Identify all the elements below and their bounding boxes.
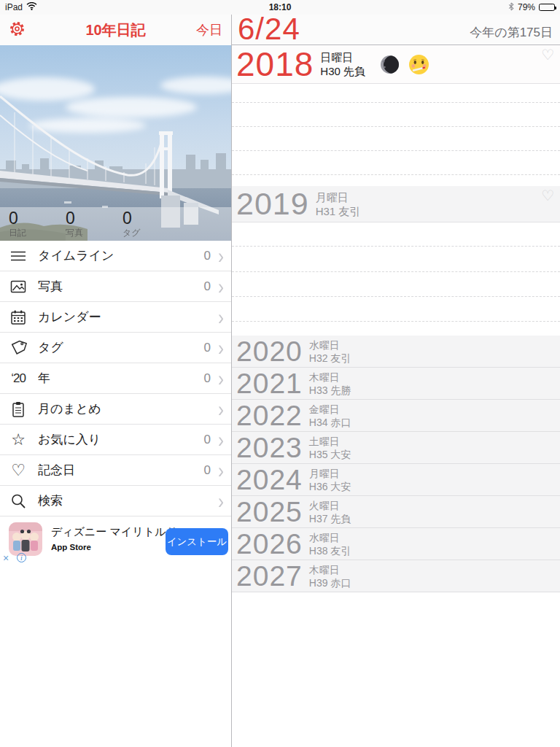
year-meta: 木曜日H33 先勝: [309, 371, 351, 397]
era-rokuyo-label: H39 赤口: [309, 576, 351, 589]
diary-ruled-line: [232, 222, 560, 247]
stats-overlay: 0日記0写真0タグ: [0, 207, 231, 241]
stat-value: 0: [66, 209, 122, 227]
emoji-row: [380, 54, 429, 75]
year-number: 2022: [236, 401, 303, 430]
chevron-right-icon: ›: [218, 337, 224, 359]
ad-banner[interactable]: ディズニー マイリトルドール App Store インストール × i: [0, 519, 231, 570]
year-row-2026[interactable]: 2026水曜日H38 友引: [232, 528, 560, 560]
year-list: 2018日曜日H30 先負♡2019月曜日H31 友引♡2020水曜日H32 友…: [232, 45, 560, 592]
menu-item-count: 0: [204, 371, 211, 386]
sidebar-item-search[interactable]: 検索›: [0, 486, 231, 516]
menu-item-label: 検索: [38, 492, 63, 509]
menu-item-count: 0: [204, 433, 211, 447]
chevron-right-icon: ›: [218, 245, 224, 267]
diary-pane: 6/24 今年の第175日 2018日曜日H30 先負♡2019月曜日H31 友…: [232, 15, 560, 747]
year-row-2019[interactable]: 2019月曜日H31 友引♡: [232, 186, 560, 222]
era-rokuyo-label: H34 赤口: [309, 416, 351, 429]
stat-item[interactable]: 0タグ: [122, 209, 179, 241]
year-number: 2027: [236, 562, 303, 590]
battery-icon: [539, 4, 555, 11]
stat-item[interactable]: 0写真: [66, 209, 122, 241]
ad-app-icon[interactable]: [9, 522, 42, 556]
header-photo-rainbow-bridge[interactable]: 0日記0写真0タグ: [0, 45, 231, 241]
sidebar-header: 10年日記 今日: [0, 15, 231, 45]
year-row-2023[interactable]: 2023土曜日H35 大安: [232, 432, 560, 464]
app-title: 10年日記: [0, 20, 231, 40]
year-row-2018[interactable]: 2018日曜日H30 先負♡: [232, 45, 560, 84]
sidebar-item-photos[interactable]: 写真0›: [0, 271, 231, 302]
favorite-heart-icon[interactable]: ♡: [541, 188, 554, 203]
sidebar-item-calendar[interactable]: カレンダー›: [0, 302, 231, 333]
year-meta: 金曜日H34 赤口: [309, 403, 351, 429]
year-number: 2020: [236, 337, 303, 365]
year-row-2025[interactable]: 2025火曜日H37 先負: [232, 496, 560, 528]
menu-item-label: 年: [38, 370, 50, 387]
monthly-summary-icon: [9, 400, 28, 419]
era-rokuyo-label: H31 友引: [316, 204, 361, 218]
search-icon: [9, 492, 28, 511]
year-number: 2019: [236, 188, 309, 220]
anniversary-heart-icon: ♡: [9, 461, 28, 480]
year-number: 2025: [236, 498, 303, 526]
sidebar-item-anniversary-heart[interactable]: ♡記念日0›: [0, 455, 231, 486]
sidebar-item-year[interactable]: ‘20年0›: [0, 363, 231, 394]
install-button[interactable]: インストール: [166, 528, 228, 555]
sidebar-item-favorites-star[interactable]: ☆お気に入り0›: [0, 425, 231, 455]
sidebar-menu: タイムライン0›写真0›カレンダー›タグ0›‘20年0›月のまとめ›☆お気に入り…: [0, 241, 231, 516]
menu-item-count: 0: [204, 341, 211, 355]
era-rokuyo-label: H30 先負: [320, 64, 365, 78]
diary-entry-area-2018[interactable]: [232, 84, 560, 186]
menu-item-label: 月のまとめ: [38, 400, 101, 417]
tag-icon: [9, 338, 28, 357]
chevron-right-icon: ›: [218, 276, 224, 298]
year-number: 2024: [236, 465, 303, 494]
year-row-2021[interactable]: 2021木曜日H33 先勝: [232, 368, 560, 400]
weekday-label: 日曜日: [320, 50, 365, 64]
menu-item-count: 0: [204, 463, 211, 478]
diary-ruled-line: [232, 103, 560, 127]
year-meta: 土曜日H35 大安: [309, 435, 351, 461]
era-rokuyo-label: H37 先負: [309, 512, 351, 525]
ad-subtitle: App Store: [51, 543, 91, 551]
year-number: 2018: [236, 47, 314, 81]
sidebar-item-monthly-summary[interactable]: 月のまとめ›: [0, 394, 231, 425]
year-meta: 木曜日H39 赤口: [309, 563, 351, 589]
diary-ruled-line: [232, 247, 560, 272]
weekday-label: 月曜日: [316, 190, 361, 204]
year-row-2024[interactable]: 2024月曜日H36 大安: [232, 464, 560, 496]
era-rokuyo-label: H33 先勝: [309, 384, 351, 397]
weekday-label: 月曜日: [309, 467, 351, 480]
favorites-star-icon: ☆: [9, 430, 28, 449]
diary-ruled-line: [232, 272, 560, 297]
year-number: 2026: [236, 530, 303, 558]
menu-item-label: お気に入り: [38, 431, 101, 448]
stat-item[interactable]: 0日記: [9, 209, 66, 241]
year-meta: 火曜日H37 先負: [309, 499, 351, 525]
calendar-icon: [9, 308, 28, 327]
diary-entry-area-2019[interactable]: [232, 222, 560, 336]
sidebar-item-timeline[interactable]: タイムライン0›: [0, 241, 231, 271]
menu-item-label: タグ: [38, 339, 63, 356]
year-row-2027[interactable]: 2027木曜日H39 赤口: [232, 560, 560, 592]
year-row-2020[interactable]: 2020水曜日H32 友引: [232, 336, 560, 368]
diary-ruled-line: [232, 151, 560, 175]
weekday-label: 火曜日: [309, 499, 351, 512]
year-meta: 月曜日H36 大安: [309, 467, 351, 493]
weekday-label: 木曜日: [309, 563, 351, 576]
year-number: 2023: [236, 433, 303, 462]
ad-close-icon[interactable]: ×: [3, 553, 9, 563]
diary-ruled-line: [232, 84, 560, 103]
year-meta: 月曜日H31 友引: [316, 190, 361, 218]
year-meta: 水曜日H38 友引: [309, 531, 351, 557]
sidebar-item-tag[interactable]: タグ0›: [0, 333, 231, 363]
stat-label: 写真: [66, 227, 122, 239]
timeline-icon: [9, 247, 28, 266]
favorite-heart-icon[interactable]: ♡: [541, 47, 554, 62]
weekday-label: 水曜日: [309, 531, 351, 544]
current-date: 6/24: [238, 15, 300, 44]
ad-info-icon[interactable]: i: [17, 553, 26, 562]
year-row-2022[interactable]: 2022金曜日H34 赤口: [232, 400, 560, 432]
weekday-label: 土曜日: [309, 435, 351, 448]
era-rokuyo-label: H38 友引: [309, 544, 351, 557]
